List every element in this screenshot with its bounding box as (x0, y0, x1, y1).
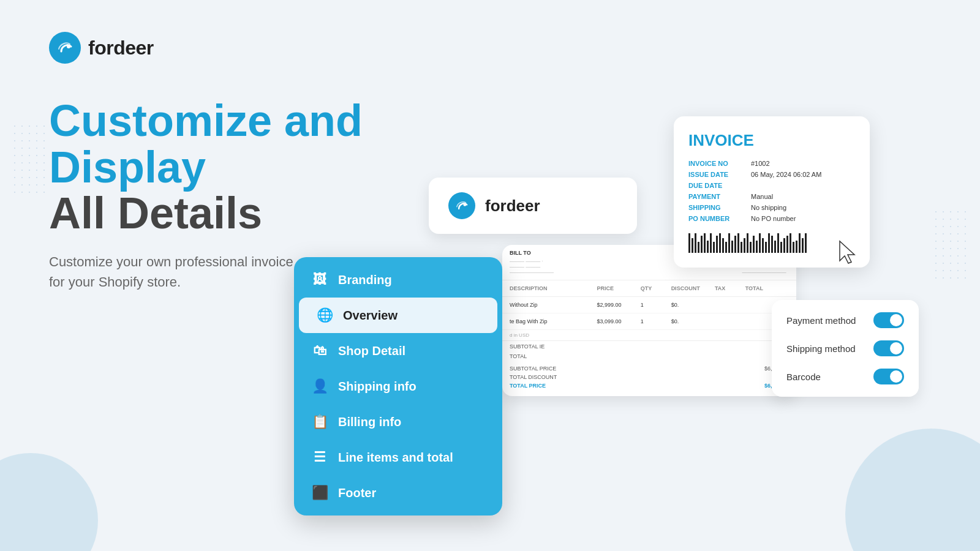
menu-item-footer[interactable]: ⬛Footer (294, 475, 502, 511)
toggle-row-barcode: Barcode (786, 369, 904, 384)
col-header-description: DESCRIPTION (510, 285, 597, 291)
invoice-field-invoice-no: INVOICE NO#1002 (688, 160, 855, 167)
table-cell-r1-c4 (715, 318, 745, 324)
toggle-row-payment-method: Payment method (786, 312, 904, 328)
toggle-switch-shipping-method[interactable] (873, 340, 904, 356)
invoice-field-po-number: PO NUMBERNo PO number (688, 215, 855, 222)
total-discount-row: TOTAL DISCOUNT $0.00 (510, 374, 789, 380)
invoice-field-shipping: SHIPPINGNo shipping (688, 204, 855, 211)
subtotal-label: SUBTOTAL IE (510, 343, 545, 350)
hero-title-dark: All Details (49, 190, 392, 237)
table-cell-r1-c0: te Bag With Zip (510, 318, 597, 324)
bg-dots-left (11, 122, 48, 196)
subtotal-row: SUBTOTAL IE (502, 340, 796, 352)
col-header-tax: TAX (715, 285, 745, 291)
menu-item-shipping-info[interactable]: 👤Shipping info (294, 369, 502, 404)
menu-label-shop-detail: Shop Detail (338, 344, 405, 358)
bg-circle-bottom-right (845, 429, 980, 551)
invoice-field-value: No PO number (751, 215, 796, 222)
invoice-field-value: 06 May, 2024 06:02 AM (751, 171, 821, 178)
toggle-switch-barcode[interactable] (873, 369, 904, 384)
menu-icon-overview: 🌐 (316, 307, 333, 323)
hero-subtitle-line2: for your Shopify store. (49, 274, 181, 290)
menu-item-branding[interactable]: 🖼Branding (294, 262, 502, 298)
total-price-label: TOTAL PRICE (510, 383, 546, 389)
svg-point-0 (67, 45, 70, 48)
table-cell-r0-c1: $2,999.00 (597, 302, 641, 308)
cursor-icon (836, 239, 861, 263)
col-header-total: TOTAL (745, 285, 789, 291)
col-header-qty: QTY (641, 285, 671, 291)
invoice-field-due-date: DUE DATE (688, 182, 855, 189)
invoice-field-value: Manual (751, 193, 773, 200)
invoice-field-issue-date: ISSUE DATE06 May, 2024 06:02 AM (688, 171, 855, 178)
invoice-field-payment: PAYMENTManual (688, 193, 855, 200)
table-cell-r0-c0: Without Zip (510, 302, 597, 308)
logo-area: fordeer (49, 32, 154, 64)
col-header-discount: DISCOUNT (671, 285, 715, 291)
barcode-area (688, 231, 855, 253)
invoice-title: INVOICE (688, 131, 855, 150)
menu-icon-branding: 🖼 (311, 272, 328, 288)
invoice-field-label: PO NUMBER (688, 215, 744, 222)
menu-label-branding: Branding (338, 273, 392, 287)
bg-circle-bottom-left (0, 453, 98, 551)
menu-label-overview: Overview (343, 309, 398, 323)
menu-panel: 🖼Branding🌐Overview🛍Shop Detail👤Shipping … (294, 257, 502, 515)
invoice-table-card: BILL TO ——— ——— ·——— ———————————— SHOP —… (502, 245, 796, 396)
menu-item-billing-info[interactable]: 📋Billing info (294, 404, 502, 440)
total-simple-label: TOTAL (510, 353, 527, 359)
menu-label-billing-info: Billing info (338, 415, 401, 429)
menu-icon-billing-info: 📋 (311, 414, 328, 430)
logo-icon (49, 32, 81, 64)
svg-point-1 (463, 203, 466, 206)
invoice-field-value: No shipping (751, 204, 786, 211)
invoice-field-label: PAYMENT (688, 193, 744, 200)
fordeer-card-logo-icon (448, 192, 475, 219)
menu-label-shipping-info: Shipping info (338, 380, 417, 394)
invoice-field-label: SHIPPING (688, 204, 744, 211)
invoice-table-row: Without Zip$2,999.001$0. (502, 297, 796, 313)
invoice-field-value: #1002 (751, 160, 770, 167)
invoice-field-label: INVOICE NO (688, 160, 744, 167)
bg-dots-right (932, 208, 969, 282)
table-cell-r1-c3: $0. (671, 318, 715, 324)
invoice-totals: SUBTOTAL PRICE $6,098.00 TOTAL DISCOUNT … (502, 361, 796, 396)
menu-label-line-items: Line items and total (338, 451, 453, 465)
menu-icon-footer: ⬛ (311, 485, 328, 501)
invoice-table-header: DESCRIPTIONPRICEQTYDISCOUNTTAXTOTAL (502, 280, 796, 297)
menu-icon-shipping-info: 👤 (311, 378, 328, 394)
table-cell-r1-c1: $3,099.00 (597, 318, 641, 324)
invoice-field-label: ISSUE DATE (688, 171, 744, 178)
hero-title-blue: Customize and Display (49, 98, 392, 190)
menu-item-line-items[interactable]: ☰Line items and total (294, 440, 502, 475)
subtotal-price-row: SUBTOTAL PRICE $6,098.00 (510, 365, 789, 372)
menu-item-shop-detail[interactable]: 🛍Shop Detail (294, 333, 502, 369)
table-cell-r0-c2: 1 (641, 302, 671, 308)
toggle-switch-payment-method[interactable] (873, 312, 904, 328)
menu-label-footer: Footer (338, 486, 376, 500)
brand-name: fordeer (88, 37, 154, 59)
bill-to-address: ——— ——— ·——— ———————————— (510, 258, 554, 275)
subtotal-price-label: SUBTOTAL PRICE (510, 365, 556, 372)
total-price-row: TOTAL PRICE $6,098.00 (510, 383, 789, 389)
invoice-note: d in USD (502, 330, 796, 340)
menu-item-overview[interactable]: 🌐Overview (299, 298, 497, 333)
bill-to-label: BILL TO (510, 250, 554, 256)
menu-icon-line-items: ☰ (311, 449, 328, 465)
toggle-row-shipping-method: Shipping method (786, 340, 904, 356)
toggle-label-shipping-method: Shipping method (786, 343, 856, 354)
toggle-label-barcode: Barcode (786, 372, 821, 382)
toggles-card: Payment method Shipping method Barcode (772, 300, 919, 397)
fordeer-card-logo-text: fordeer (485, 197, 540, 216)
invoice-table-row: te Bag With Zip$3,099.001$0. (502, 313, 796, 330)
table-cell-r1-c2: 1 (641, 318, 671, 324)
fordeer-logo-card: fordeer (429, 178, 637, 234)
total-simple-row: TOTAL$0.00 (502, 352, 796, 361)
total-discount-label: TOTAL DISCOUNT (510, 374, 557, 380)
menu-icon-shop-detail: 🛍 (311, 343, 328, 359)
col-header-price: PRICE (597, 285, 641, 291)
table-cell-r0-c4 (715, 302, 745, 308)
table-cell-r0-c3: $0. (671, 302, 715, 308)
invoice-field-label: DUE DATE (688, 182, 744, 189)
